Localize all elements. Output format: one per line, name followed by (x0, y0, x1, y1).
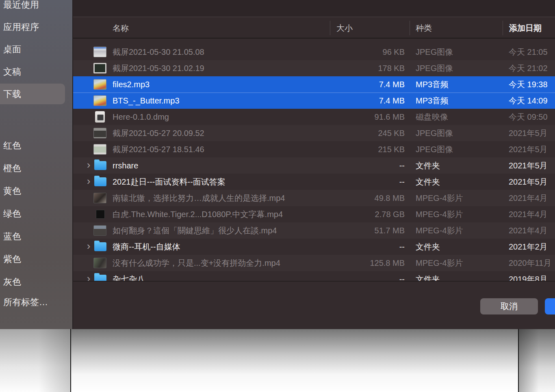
file-size: -- (293, 157, 405, 174)
background-window (0, 329, 555, 392)
file-size: 7.4 MB (293, 76, 405, 93)
file-row[interactable]: › 微商--耳机--自媒体 -- 文件夹 2021年2月 (73, 239, 555, 255)
disk-image-icon (95, 111, 105, 123)
video-thumbnail-icon (93, 225, 106, 236)
file-name: 白虎.The.White.Tiger.2...D1080P.中文字幕.mp4 (113, 206, 324, 222)
file-row[interactable]: › 如何翻身？這個「關鍵思維」很少人在談.mp4 51.7 MB MPEG-4影… (73, 222, 555, 239)
file-date-added: 2021年5月 (509, 157, 555, 174)
file-kind: JPEG图像 (416, 141, 505, 157)
file-kind: 文件夹 (416, 157, 505, 174)
file-name: 没有什么成功学，只是...变+没有拼劲全力.mp4 (113, 255, 324, 271)
file-size: 125.8 MB (293, 255, 405, 271)
jpeg-thumbnail-icon (93, 63, 106, 73)
sidebar-tag-item[interactable]: 黄色 (0, 180, 73, 202)
file-kind: 文件夹 (416, 239, 505, 255)
file-row[interactable]: › 截屏2021-05-27 18.51.46 215 KB JPEG图像 20… (73, 141, 555, 157)
disclosure-chevron-icon[interactable]: › (85, 174, 93, 190)
file-kind: JPEG图像 (416, 44, 505, 60)
file-date-added: 2020年11月 (509, 255, 555, 271)
background-window-content (71, 329, 518, 392)
file-row[interactable]: › files2.mp3 7.4 MB MP3音频 今天 19:38 (73, 76, 555, 93)
file-row[interactable]: › 截屏2021-05-30 21.05.08 96 KB JPEG图像 今天 … (73, 44, 555, 60)
sidebar-item-2[interactable]: 桌面 (0, 38, 73, 60)
file-date-added: 2021年5月 (509, 174, 555, 190)
file-size: 7.4 MB (293, 93, 405, 109)
disclosure-chevron-icon[interactable]: › (85, 271, 93, 281)
file-kind: 磁盘映像 (416, 109, 505, 125)
file-list: › 截屏2021-05-30 21.05.08 96 KB JPEG图像 今天 … (73, 39, 555, 281)
file-kind: MP3音频 (416, 76, 505, 93)
column-header-date-added[interactable]: 添加日期 (509, 17, 542, 39)
jpeg-thumbnail-icon (93, 128, 106, 138)
dialog-toolbar-strip (73, 0, 555, 17)
file-date-added: 2021年4月 (509, 222, 555, 239)
file-name: 截屏2021-05-30 21.05.08 (113, 44, 324, 60)
file-row[interactable]: › 南辕北辙，选择比努力…成就人生的是选择.mp4 49.8 MB MPEG-4… (73, 190, 555, 206)
column-divider[interactable] (503, 21, 503, 35)
file-browser-pane: 名称 大小 种类 添加日期 › 截屏2021-05-30 21.05.08 96… (73, 0, 555, 329)
file-date-added: 2021年2月 (509, 239, 555, 255)
file-name: BTS_-_Butter.mp3 (113, 93, 324, 109)
file-kind: JPEG图像 (416, 60, 505, 76)
file-row[interactable]: › 白虎.The.White.Tiger.2...D1080P.中文字幕.mp4… (73, 206, 555, 222)
file-size: 91.6 MB (293, 109, 405, 125)
file-kind: MP3音频 (416, 93, 505, 109)
disclosure-chevron-icon[interactable]: › (85, 239, 93, 255)
file-name: 微商--耳机--自媒体 (113, 239, 324, 255)
file-row[interactable]: › 没有什么成功学，只是...变+没有拼劲全力.mp4 125.8 MB MPE… (73, 255, 555, 271)
video-thumbnail-icon (96, 210, 105, 219)
file-row[interactable]: › 杂七杂八 -- 文件夹 2019年8月 (73, 271, 555, 281)
jpeg-thumbnail-icon (93, 47, 106, 57)
open-button[interactable] (545, 298, 555, 314)
column-divider[interactable] (410, 21, 410, 35)
folder-icon (94, 177, 106, 186)
sidebar-item-3[interactable]: 文稿 (0, 60, 73, 83)
disclosure-chevron-icon[interactable]: › (85, 157, 93, 174)
file-date-added: 今天 19:38 (509, 76, 555, 93)
file-row[interactable]: › rrshare -- 文件夹 2021年5月 (73, 157, 555, 174)
folder-icon (94, 242, 106, 251)
file-date-added: 2021年5月 (509, 141, 555, 157)
file-name: 截屏2021-05-30 21.02.19 (113, 60, 324, 76)
column-divider[interactable] (330, 21, 330, 35)
sidebar-item-0[interactable]: 最近使用 (0, 0, 73, 16)
sidebar-tag-item[interactable]: 绿色 (0, 202, 73, 225)
sidebar-tag-item[interactable]: 橙色 (0, 157, 73, 180)
file-size: -- (293, 239, 405, 255)
file-row[interactable]: › 2021赴日---面试资料--面试答案 -- 文件夹 2021年5月 (73, 174, 555, 190)
file-size: 245 KB (293, 125, 405, 141)
file-name: 截屏2021-05-27 18.51.46 (113, 141, 324, 157)
file-kind: 文件夹 (416, 174, 505, 190)
screen: 最近使用应用程序桌面文稿下载 红色橙色黄色绿色蓝色紫色灰色 所有标签… 名称 大… (0, 0, 555, 392)
column-header-size[interactable]: 大小 (336, 17, 353, 39)
video-thumbnail-icon (93, 258, 106, 268)
file-size: 49.8 MB (293, 190, 405, 206)
file-name: 南辕北辙，选择比努力…成就人生的是选择.mp4 (113, 190, 324, 206)
file-size: 51.7 MB (293, 222, 405, 239)
jpeg-thumbnail-icon (93, 144, 106, 155)
column-header-name[interactable]: 名称 (113, 17, 129, 39)
file-row[interactable]: › 截屏2021-05-27 20.09.52 245 KB JPEG图像 20… (73, 125, 555, 141)
video-thumbnail-icon (93, 193, 106, 203)
file-name: files2.mp3 (113, 76, 324, 93)
sidebar-item-4[interactable]: 下载 (0, 83, 73, 105)
file-row[interactable]: › Here-0.1.0.dmg 91.6 MB 磁盘映像 今天 09:50 (73, 109, 555, 125)
file-date-added: 2021年5月 (509, 125, 555, 141)
sidebar-tag-item[interactable]: 红色 (0, 134, 73, 157)
sidebar-item-all-tags[interactable]: 所有标签… (0, 292, 48, 312)
file-row[interactable]: › 截屏2021-05-30 21.02.19 178 KB JPEG图像 今天… (73, 60, 555, 76)
file-size: -- (293, 271, 405, 281)
file-kind: MPEG-4影片 (416, 190, 505, 206)
sidebar-tag-item[interactable]: 紫色 (0, 248, 73, 271)
dialog-sidebar: 最近使用应用程序桌面文稿下载 红色橙色黄色绿色蓝色紫色灰色 所有标签… (0, 0, 73, 329)
file-date-added: 2021年4月 (509, 206, 555, 222)
sidebar-tag-item[interactable]: 蓝色 (0, 225, 73, 248)
file-kind: 文件夹 (416, 271, 505, 281)
sidebar-item-1[interactable]: 应用程序 (0, 16, 73, 38)
file-date-added: 2021年4月 (509, 190, 555, 206)
file-kind: MPEG-4影片 (416, 206, 505, 222)
sidebar-tag-item[interactable]: 灰色 (0, 271, 73, 293)
cancel-button[interactable]: 取消 (480, 298, 538, 314)
file-row[interactable]: › BTS_-_Butter.mp3 7.4 MB MP3音频 今天 14:09 (73, 93, 555, 109)
column-header-kind[interactable]: 种类 (416, 17, 432, 39)
